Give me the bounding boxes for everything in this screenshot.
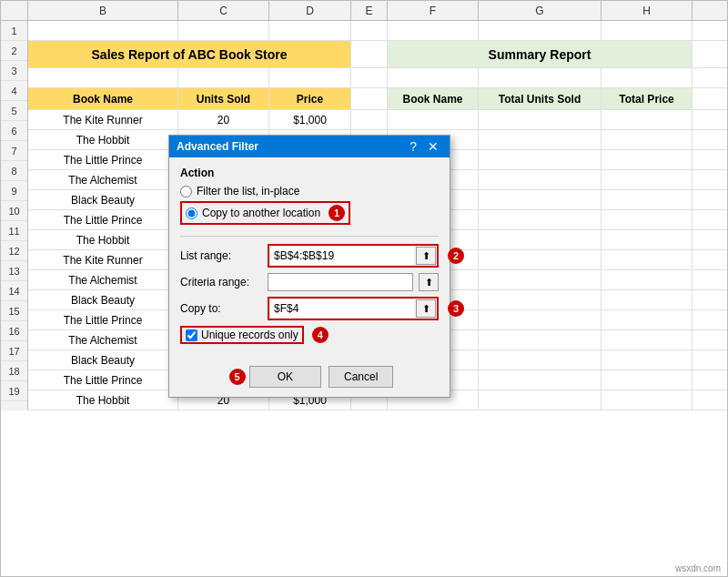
cell-5f xyxy=(388,110,479,129)
cell-12g xyxy=(479,250,602,269)
unique-records-row: Unique records only 4 xyxy=(180,326,439,344)
row-num-6: 6 xyxy=(1,121,27,141)
cell-1e xyxy=(351,21,388,40)
cell-11g xyxy=(479,230,602,249)
cell-5g xyxy=(479,110,602,129)
row-num-12: 12 xyxy=(1,241,27,261)
dialog-title: Advanced Filter xyxy=(177,140,258,153)
cell-5e xyxy=(351,110,388,129)
cell-8b: The Alchemist xyxy=(28,170,178,189)
cell-11b: The Hobbit xyxy=(28,230,178,249)
radio-option-inplace: Filter the list, in-place xyxy=(180,185,439,197)
cell-17h xyxy=(602,350,693,369)
cell-6g xyxy=(479,130,602,149)
row-num-10: 10 xyxy=(1,201,27,221)
cell-7g xyxy=(479,150,602,169)
row-num-14: 14 xyxy=(1,281,27,301)
dialog-footer: 5 OK Cancel xyxy=(169,362,450,397)
col-header-h: H xyxy=(602,1,693,20)
cell-3h xyxy=(602,68,693,87)
cell-3f xyxy=(388,68,479,87)
col-header-g: G xyxy=(479,1,602,20)
radio-inplace[interactable] xyxy=(180,186,192,197)
criteria-range-input[interactable] xyxy=(268,273,413,291)
row-num-16: 16 xyxy=(1,321,27,341)
cell-19g xyxy=(479,390,602,410)
cell-1d xyxy=(269,21,351,40)
copy-to-label: Copy to: xyxy=(180,302,262,315)
row-num-4: 4 xyxy=(1,81,27,101)
cell-8h xyxy=(602,170,693,189)
cell-10h xyxy=(602,210,693,229)
watermark: wsxdn.com xyxy=(675,563,721,573)
criteria-range-collapse-button[interactable]: ⬆ xyxy=(419,273,439,291)
copy-to-input[interactable] xyxy=(270,299,414,318)
cell-3b xyxy=(28,68,178,87)
ok-button[interactable]: OK xyxy=(249,366,321,388)
list-range-row: List range: ⬆ 2 xyxy=(180,244,439,268)
grid-row-5: The Kite Runner 20 $1,000 xyxy=(28,110,727,130)
badge-5: 5 xyxy=(229,369,246,385)
cell-2e xyxy=(351,41,388,67)
cell-3e xyxy=(351,68,388,87)
criteria-range-row: Criteria range: ⬆ xyxy=(180,273,439,291)
dialog-body: Action Filter the list, in-place Copy to… xyxy=(169,157,450,362)
unique-records-checkbox[interactable] xyxy=(186,329,197,341)
cell-14b: Black Beauty xyxy=(28,290,178,309)
grid-row-3 xyxy=(28,68,727,88)
cell-11h xyxy=(602,230,693,249)
dialog-help-button[interactable]: ? xyxy=(406,140,420,153)
cell-5b: The Kite Runner xyxy=(28,110,178,129)
cell-1c xyxy=(178,21,269,40)
list-range-input[interactable] xyxy=(270,247,414,265)
cell-10g xyxy=(479,210,602,229)
unique-records-label: Unique records only xyxy=(201,329,298,341)
cell-19b: The Hobbit xyxy=(28,390,178,410)
cell-9h xyxy=(602,190,693,209)
cell-6b: The Hobbit xyxy=(28,130,178,149)
dialog-titlebar: Advanced Filter ? ✕ xyxy=(169,136,450,157)
cell-15b: The Little Prince xyxy=(28,310,178,329)
row-num-2: 2 xyxy=(1,41,27,61)
row-num-17: 17 xyxy=(1,341,27,361)
cell-16h xyxy=(602,330,693,349)
copy-to-collapse-button[interactable]: ⬆ xyxy=(416,299,436,318)
row-num-7: 7 xyxy=(1,141,27,161)
row-num-1: 1 xyxy=(1,21,27,41)
cell-18g xyxy=(479,370,602,390)
action-section-label: Action xyxy=(180,167,439,179)
grid-row-4: Book Name Units Sold Price Book Name Tot… xyxy=(28,88,727,110)
cell-19h xyxy=(602,390,693,410)
badge-1: 1 xyxy=(329,205,345,221)
list-range-label: List range: xyxy=(180,249,262,262)
radio-copy-label: Copy to another location xyxy=(202,207,320,219)
row-num-9: 9 xyxy=(1,181,27,201)
cell-3c xyxy=(178,68,269,87)
dialog-close-button[interactable]: ✕ xyxy=(424,140,442,153)
cell-10b: The Little Prince xyxy=(28,210,178,229)
cell-header-f-bookname: Book Name xyxy=(388,88,479,109)
cell-18b: The Little Prince xyxy=(28,370,178,390)
cell-16g xyxy=(479,330,602,349)
badge-4: 4 xyxy=(312,327,329,343)
list-range-collapse-button[interactable]: ⬆ xyxy=(416,247,436,265)
dialog-divider xyxy=(180,236,439,237)
col-header-b: B xyxy=(28,1,178,20)
cell-1g xyxy=(479,21,602,40)
cell-15h xyxy=(602,310,693,329)
radio-copy[interactable] xyxy=(186,208,197,219)
cell-12h xyxy=(602,250,693,269)
col-header-f: F xyxy=(388,1,479,20)
row-num-15: 15 xyxy=(1,301,27,321)
cell-5c: 20 xyxy=(178,110,269,129)
cell-header-bookname: Book Name xyxy=(28,88,178,109)
cell-14g xyxy=(479,290,602,309)
cell-header-total-units: Total Units Sold xyxy=(479,88,602,109)
badge-2: 2 xyxy=(448,248,464,264)
cell-16b: The Alchemist xyxy=(28,330,178,349)
cell-17b: Black Beauty xyxy=(28,350,178,369)
row-num-11: 11 xyxy=(1,221,27,241)
cancel-button[interactable]: Cancel xyxy=(329,366,393,388)
col-header-a xyxy=(1,1,28,20)
col-header-d: D xyxy=(269,1,351,20)
